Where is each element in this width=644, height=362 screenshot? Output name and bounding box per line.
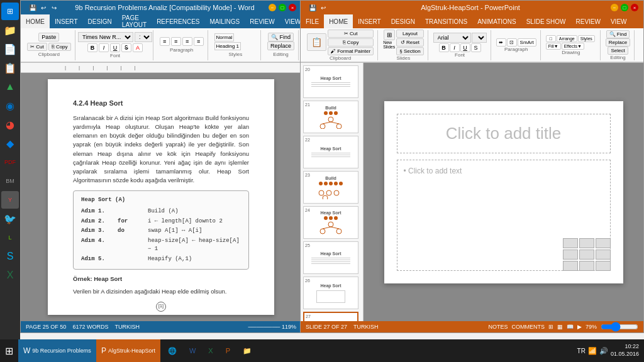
ppt-align-text-btn[interactable]: ⊡ xyxy=(507,38,517,47)
taskbar-volume-icon[interactable]: 🔊 xyxy=(599,347,608,355)
taskbar-winexcel-icon[interactable]: X xyxy=(203,347,218,354)
ppt-section-btn[interactable]: § Section xyxy=(396,47,423,55)
ppt-tab-file[interactable]: FILE xyxy=(301,14,324,28)
word-close[interactable]: × xyxy=(289,4,296,11)
word-find-btn[interactable]: 🔍 Find xyxy=(268,33,294,41)
word-tab-insert[interactable]: INSERT xyxy=(50,14,83,28)
ppt-notes-btn[interactable]: NOTES xyxy=(488,324,508,330)
bm-icon[interactable]: BM xyxy=(1,172,19,190)
word-tab-review[interactable]: REVIEW xyxy=(245,14,279,28)
ppt-minimize[interactable]: − xyxy=(611,4,618,11)
ppt-tab-animations[interactable]: ANIMATIONS xyxy=(472,14,521,28)
word-font-size[interactable]: 10 xyxy=(135,32,152,42)
word-tab-home[interactable]: HOME xyxy=(21,14,50,28)
word-align-center[interactable]: ≡ xyxy=(171,37,181,46)
taskbar-ppt[interactable]: P AlgStruk-HeapSort xyxy=(96,339,160,362)
file-explorer-icon[interactable]: 📁 xyxy=(1,21,19,39)
word-tab-references[interactable]: REFERENCES xyxy=(152,14,204,28)
taskbar-file-icon[interactable]: 📁 xyxy=(238,347,257,355)
ppt-reset-btn[interactable]: ↺ Reset xyxy=(396,38,423,47)
pdf-icon[interactable]: PDF xyxy=(1,153,19,171)
word-align-left[interactable]: ≡ xyxy=(160,37,170,46)
ppt-quick-styles-btn[interactable]: Styles xyxy=(578,35,595,42)
ppt-title-placeholder[interactable]: Click to add title xyxy=(397,114,611,153)
ppt-view-slideshow-btn[interactable]: ▶ xyxy=(577,324,582,330)
word-italic-btn[interactable]: I xyxy=(99,43,109,52)
intel-icon[interactable]: ◉ xyxy=(1,97,19,114)
ppt-find-btn[interactable]: 🔍 Find xyxy=(606,30,630,38)
word-style-h1[interactable]: Heading 1 xyxy=(214,42,241,50)
taskbar-network-icon[interactable]: 📶 xyxy=(588,347,597,355)
ppt-view-reading-btn[interactable]: 📖 xyxy=(567,324,574,330)
word-align-right[interactable]: ≡ xyxy=(182,37,192,46)
ppt-undo-btn[interactable]: ↩ xyxy=(319,3,328,12)
ppt-view-normal-btn[interactable]: ⊞ xyxy=(548,324,553,330)
word-font-family[interactable]: Times New R... xyxy=(78,32,133,42)
ppt-view-slide-btn[interactable]: ▦ xyxy=(557,324,563,330)
ppt-tab-view[interactable]: VIEW xyxy=(606,14,632,28)
ppt-italic-btn[interactable]: I xyxy=(450,43,460,52)
slide-thumb-24[interactable]: Heap Sort 24 xyxy=(303,206,358,239)
thunderbird-icon[interactable]: 🐦 xyxy=(1,210,19,228)
word-color-btn[interactable]: A xyxy=(133,43,143,52)
ppt-tab-insert[interactable]: INSERT xyxy=(353,14,386,28)
ppt-select-btn[interactable]: Select xyxy=(608,47,628,55)
ppt-shape-fill-btn[interactable]: Fill▼ xyxy=(546,43,561,50)
ppt-tab-review[interactable]: REVIEW xyxy=(570,14,605,28)
ppt-shadow-btn[interactable]: S xyxy=(471,43,481,52)
word-save-btn[interactable]: 💾 xyxy=(28,3,37,12)
ppt-shape-outline-btn[interactable]: □ xyxy=(546,35,556,42)
slide-thumb-20[interactable]: Heap Sort 20 xyxy=(303,65,358,98)
ppt-slides-panel[interactable]: Heap Sort 20 Build xyxy=(301,63,364,321)
slide-thumb-26[interactable]: Heap Sort 26 xyxy=(303,277,358,309)
ppt-font-family[interactable]: Arial xyxy=(433,33,471,43)
slide-thumb-27[interactable]: 27 xyxy=(303,312,358,321)
word-minimize[interactable]: − xyxy=(269,4,276,11)
taskbar-word[interactable]: W 9b Recursion Problems xyxy=(18,339,96,362)
start-button[interactable]: ⊞ xyxy=(1,3,19,20)
ppt-shape-effects-btn[interactable]: Effects▼ xyxy=(562,43,584,50)
taskbar-ie-icon[interactable]: 🌐 xyxy=(163,347,182,355)
ppt-maximize[interactable]: □ xyxy=(621,4,628,11)
ppt-cut-btn[interactable]: ✂ Cut xyxy=(328,30,374,38)
ppt-smartart-btn[interactable]: SmArt xyxy=(518,38,536,47)
chrome-icon[interactable]: ◕ xyxy=(1,116,19,133)
acrobat2-icon[interactable]: 📋 xyxy=(1,59,19,77)
slide-thumb-22[interactable]: Heap Sort 22 xyxy=(303,136,358,168)
word-style-normal[interactable]: Normal xyxy=(214,33,235,41)
ppt-paste-btn[interactable]: 📋 xyxy=(307,33,326,51)
ppt-tab-design[interactable]: DESIGN xyxy=(386,14,420,28)
word-bold-btn[interactable]: B xyxy=(87,43,97,52)
word-tab-pagelayout[interactable]: PAGE LAYOUT xyxy=(117,14,152,28)
dropbox-icon[interactable]: ◆ xyxy=(1,134,19,152)
ppt-new-slide-btn[interactable]: ⊞ xyxy=(384,30,395,40)
slide-thumb-23[interactable]: Build 23 xyxy=(303,171,358,204)
ppt-arrange-btn[interactable]: Arrange xyxy=(557,35,577,42)
slide-thumb-21[interactable]: Build 21 xyxy=(303,101,358,133)
ppt-format-painter-btn[interactable]: 🖌 Format Painter xyxy=(328,47,374,55)
ppt-close[interactable]: × xyxy=(631,4,638,11)
excel-icon[interactable]: X xyxy=(1,266,19,284)
word-tab-design[interactable]: DESIGN xyxy=(83,14,117,28)
lifetimer-icon[interactable]: L xyxy=(1,229,19,246)
word-redo-btn[interactable]: ↪ xyxy=(50,3,58,12)
google-drive-icon[interactable]: ▲ xyxy=(1,78,19,96)
word-replace-btn[interactable]: Replace xyxy=(267,41,294,50)
word-strikethrough-btn[interactable]: S̶ xyxy=(121,43,131,52)
ppt-tab-home[interactable]: HOME xyxy=(324,14,353,28)
ppt-copy-btn[interactable]: ⎘ Copy xyxy=(328,38,374,47)
ppt-zoom-slider[interactable] xyxy=(601,322,638,332)
ppt-tab-transitions[interactable]: TRANSITIONS xyxy=(420,14,472,28)
slide-thumb-25[interactable]: Heap Sort 25 xyxy=(303,241,358,274)
acrobat-icon[interactable]: 📄 xyxy=(1,40,19,58)
ppt-underline-btn[interactable]: U xyxy=(460,43,470,52)
ppt-save-btn[interactable]: 💾 xyxy=(308,3,317,12)
ppt-text-dir-btn[interactable]: ⬌ xyxy=(496,38,506,47)
taskbar-winword-icon[interactable]: W xyxy=(184,347,201,354)
yandex-icon[interactable]: Y xyxy=(1,191,19,209)
ppt-layout-btn[interactable]: Layout xyxy=(396,30,423,38)
word-justify[interactable]: ≡ xyxy=(194,37,204,46)
word-undo-btn[interactable]: ↩ xyxy=(39,3,48,12)
word-maximize[interactable]: □ xyxy=(279,4,286,11)
taskbar-start[interactable]: ⊞ xyxy=(0,339,18,362)
